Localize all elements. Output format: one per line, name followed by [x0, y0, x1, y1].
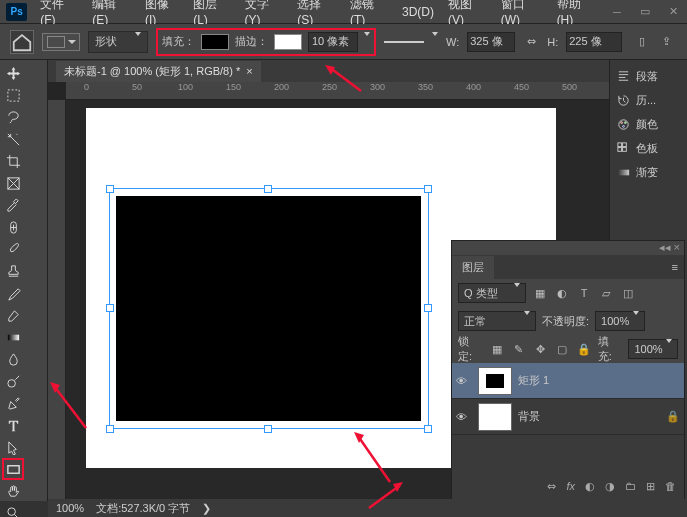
stroke-width-input[interactable] — [308, 32, 358, 52]
blur-tool[interactable] — [2, 348, 24, 370]
visibility-icon[interactable]: 👁 — [456, 411, 472, 423]
layer-name[interactable]: 矩形 1 — [518, 373, 549, 388]
stroke-color[interactable] — [274, 34, 302, 50]
menu-bar: Ps 文件(F) 编辑(E) 图像(I) 图层(L) 文字(Y) 选择(S) 滤… — [0, 0, 687, 24]
lasso-tool[interactable] — [2, 106, 24, 128]
stroke-style-dropdown[interactable] — [432, 36, 438, 48]
move-tool[interactable] — [2, 62, 24, 84]
pen-tool[interactable] — [2, 392, 24, 414]
stroke-style[interactable] — [384, 37, 424, 47]
paragraph-panel-btn[interactable]: 段落 — [612, 64, 685, 88]
eraser-tool[interactable] — [2, 304, 24, 326]
eyedropper-tool[interactable] — [2, 194, 24, 216]
link-layers-icon[interactable]: ⇔ — [547, 480, 556, 493]
filter-shape-icon[interactable]: ▱ — [598, 285, 614, 301]
lock-pos-icon[interactable]: ✥ — [532, 341, 548, 357]
blend-mode-select[interactable]: 正常 — [458, 311, 536, 331]
handle-n[interactable] — [264, 185, 272, 193]
crop-tool[interactable] — [2, 150, 24, 172]
shape-mode-select[interactable]: 形状 — [88, 31, 148, 53]
fill-opacity-input[interactable]: 100% — [628, 339, 678, 359]
marquee-tool[interactable] — [2, 84, 24, 106]
group-icon[interactable]: 🗀 — [625, 480, 636, 492]
brush-tool[interactable] — [2, 238, 24, 260]
history-brush-tool[interactable] — [2, 282, 24, 304]
text-tool[interactable] — [2, 414, 24, 436]
ruler-vertical — [48, 100, 66, 501]
gradient-panel-btn[interactable]: 渐变 — [612, 160, 685, 184]
handle-e[interactable] — [424, 304, 432, 312]
layer-filter-select[interactable]: Q 类型 — [458, 283, 526, 303]
mask-icon[interactable]: ◐ — [585, 480, 595, 493]
stamp-tool[interactable] — [2, 260, 24, 282]
dodge-tool[interactable] — [2, 370, 24, 392]
share-icon[interactable]: ⇪ — [658, 34, 674, 50]
fx-icon[interactable]: fx — [566, 480, 575, 492]
color-panel-btn[interactable]: 颜色 — [612, 112, 685, 136]
close-button[interactable]: ✕ — [659, 0, 687, 24]
svg-rect-15 — [623, 142, 627, 146]
doc-info[interactable]: 文档:527.3K/0 字节 — [96, 501, 190, 516]
visibility-icon[interactable]: 👁 — [456, 375, 472, 387]
rectangle-tool[interactable] — [2, 458, 24, 480]
svg-rect-16 — [618, 147, 622, 151]
width-input[interactable] — [467, 32, 515, 52]
document-tabs: 未标题-1 @ 100% (矩形 1, RGB/8) *× — [48, 60, 609, 82]
path-select-tool[interactable] — [2, 436, 24, 458]
close-panel-icon[interactable]: × — [674, 241, 680, 255]
link-icon[interactable]: ⇔ — [523, 34, 539, 50]
history-panel-btn[interactable]: 历... — [612, 88, 685, 112]
fill-opacity-label: 填充: — [598, 334, 623, 364]
handle-s[interactable] — [264, 425, 272, 433]
delete-layer-icon[interactable]: 🗑 — [665, 480, 676, 492]
lock-paint-icon[interactable]: ✎ — [511, 341, 527, 357]
opacity-input[interactable]: 100% — [595, 311, 645, 331]
height-input[interactable] — [566, 32, 622, 52]
filter-smart-icon[interactable]: ◫ — [620, 285, 636, 301]
layer-item[interactable]: 👁 背景 🔒 — [452, 399, 684, 435]
handle-se[interactable] — [424, 425, 432, 433]
panel-menu-icon[interactable]: ≡ — [666, 261, 684, 273]
handle-nw[interactable] — [106, 185, 114, 193]
lock-artboard-icon[interactable]: ▢ — [554, 341, 570, 357]
close-tab-icon[interactable]: × — [246, 65, 252, 77]
restore-button[interactable]: ▭ — [631, 0, 659, 24]
layers-tab[interactable]: 图层 — [452, 256, 494, 279]
wand-tool[interactable] — [2, 128, 24, 150]
swatches-panel-btn[interactable]: 色板 — [612, 136, 685, 160]
layer-name[interactable]: 背景 — [518, 409, 540, 424]
svg-point-13 — [623, 125, 625, 127]
lock-pixels-icon[interactable]: ▦ — [489, 341, 505, 357]
handle-w[interactable] — [106, 304, 114, 312]
layers-list: 👁 矩形 1 👁 背景 🔒 — [452, 363, 684, 473]
home-icon[interactable] — [10, 30, 34, 54]
collapse-icon[interactable]: ◂◂ — [659, 241, 671, 255]
heal-tool[interactable] — [2, 216, 24, 238]
menu-3d[interactable]: 3D(D) — [395, 1, 441, 23]
path-ops-icon[interactable]: ▯ — [634, 34, 650, 50]
hand-tool[interactable] — [2, 480, 24, 502]
tool-preset[interactable] — [42, 33, 80, 51]
layer-item[interactable]: 👁 矩形 1 — [452, 363, 684, 399]
document-tab[interactable]: 未标题-1 @ 100% (矩形 1, RGB/8) *× — [56, 61, 261, 82]
zoom-level[interactable]: 100% — [56, 502, 84, 514]
filter-type-icon[interactable]: T — [576, 285, 592, 301]
layer-thumbnail[interactable] — [478, 403, 512, 431]
filter-adjust-icon[interactable]: ◐ — [554, 285, 570, 301]
lock-icon[interactable]: 🔒 — [666, 410, 680, 423]
frame-tool[interactable] — [2, 172, 24, 194]
handle-sw[interactable] — [106, 425, 114, 433]
lock-all-icon[interactable]: 🔒 — [576, 341, 592, 357]
filter-pixel-icon[interactable]: ▦ — [532, 285, 548, 301]
fill-color[interactable] — [201, 34, 229, 50]
minimize-button[interactable]: ─ — [603, 0, 631, 24]
fill-label: 填充： — [162, 34, 195, 49]
opacity-label: 不透明度: — [542, 314, 589, 329]
adjustment-icon[interactable]: ◑ — [605, 480, 615, 493]
handle-ne[interactable] — [424, 185, 432, 193]
layer-thumbnail[interactable] — [478, 367, 512, 395]
zoom-tool[interactable] — [2, 502, 24, 517]
stroke-width-dropdown[interactable] — [364, 36, 370, 48]
new-layer-icon[interactable]: ⊞ — [646, 480, 655, 493]
gradient-tool[interactable] — [2, 326, 24, 348]
